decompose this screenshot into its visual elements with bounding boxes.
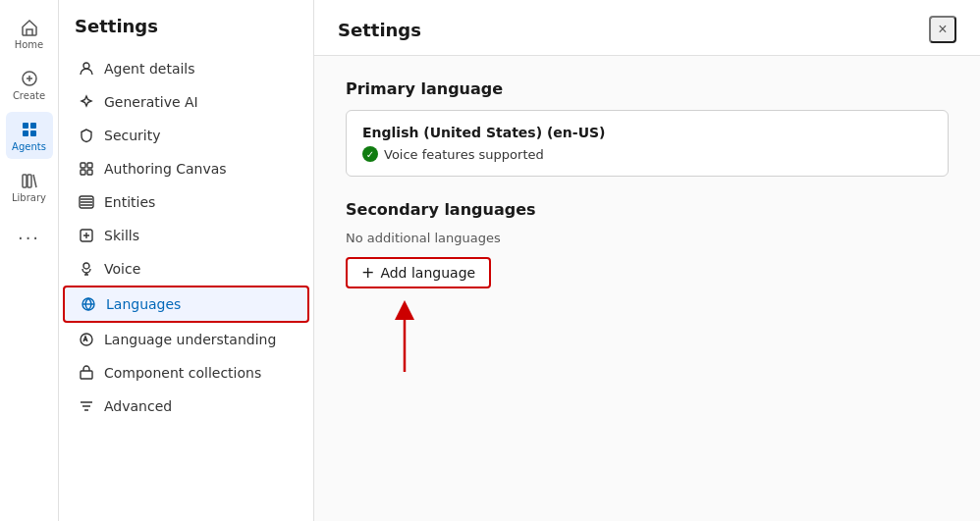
svg-rect-11	[87, 170, 92, 175]
primary-language-section: Primary language English (United States)…	[346, 79, 949, 177]
advanced-icon	[79, 398, 94, 414]
sidebar-item-authoring-canvas-label: Authoring Canvas	[104, 161, 227, 177]
nav-item-library-label: Library	[12, 192, 46, 203]
sidebar-item-component-collections-label: Component collections	[104, 365, 261, 381]
sidebar-item-language-understanding[interactable]: Language understanding	[63, 323, 309, 356]
sidebar-item-languages-label: Languages	[106, 296, 181, 312]
voice-icon	[79, 261, 94, 277]
more-icon: ···	[18, 228, 40, 248]
sidebar-item-security-label: Security	[104, 128, 161, 143]
svg-rect-17	[81, 371, 92, 379]
create-icon	[20, 69, 39, 88]
nav-item-agents-label: Agents	[12, 141, 46, 152]
nav-item-create[interactable]: Create	[6, 61, 53, 108]
sidebar-item-skills-label: Skills	[104, 228, 139, 243]
svg-rect-4	[30, 130, 36, 136]
library-icon	[20, 171, 39, 190]
sidebar-item-security[interactable]: Security	[63, 119, 309, 152]
sidebar-item-agent-details[interactable]: Agent details	[63, 52, 309, 85]
secondary-languages-section: Secondary languages No additional langua…	[346, 200, 949, 288]
nav-item-home[interactable]: Home	[6, 10, 53, 57]
svg-rect-6	[27, 175, 31, 187]
svg-rect-8	[81, 163, 85, 168]
main-title: Settings	[338, 20, 421, 40]
nav-item-create-label: Create	[13, 90, 45, 101]
sidebar-item-agent-details-label: Agent details	[104, 61, 195, 77]
sidebar-item-voice[interactable]: Voice	[63, 252, 309, 286]
check-icon: ✓	[362, 146, 378, 162]
sidebar-title: Settings	[59, 16, 313, 52]
entities-icon	[79, 194, 94, 210]
sidebar-item-generative-ai-label: Generative AI	[104, 94, 198, 110]
voice-label: Voice features supported	[384, 147, 544, 162]
lang-name: English (United States) (en-US)	[362, 125, 932, 140]
primary-language-title: Primary language	[346, 79, 949, 98]
sidebar-item-advanced-label: Advanced	[104, 398, 172, 414]
sidebar-item-skills[interactable]: Skills	[63, 219, 309, 252]
secondary-languages-title: Secondary languages	[346, 200, 949, 219]
agents-icon	[20, 120, 39, 139]
sidebar-item-voice-label: Voice	[104, 261, 140, 277]
sidebar: Settings Agent details Generative AI Sec…	[59, 0, 314, 521]
primary-language-card: English (United States) (en-US) ✓ Voice …	[346, 110, 949, 177]
sidebar-item-language-understanding-label: Language understanding	[104, 332, 276, 347]
nav-item-agents[interactable]: Agents	[6, 112, 53, 159]
nav-item-more[interactable]: ···	[6, 214, 53, 261]
sidebar-item-generative-ai[interactable]: Generative AI	[63, 85, 309, 119]
skills-icon	[79, 228, 94, 243]
sidebar-item-component-collections[interactable]: Component collections	[63, 356, 309, 390]
svg-rect-9	[87, 163, 92, 168]
sidebar-item-advanced[interactable]: Advanced	[63, 390, 309, 423]
svg-rect-10	[81, 170, 85, 175]
sidebar-item-entities-label: Entities	[104, 194, 155, 210]
languages-icon	[81, 296, 96, 312]
content-area: Primary language English (United States)…	[314, 56, 980, 312]
nav-item-home-label: Home	[15, 39, 44, 50]
authoring-canvas-icon	[79, 161, 94, 177]
sidebar-item-entities[interactable]: Entities	[63, 185, 309, 219]
svg-rect-3	[23, 130, 28, 136]
language-understanding-icon	[79, 332, 94, 347]
add-language-label: Add language	[380, 265, 475, 281]
nav-bar: Home Create Agents Library ···	[0, 0, 59, 521]
component-collections-icon	[79, 365, 94, 381]
home-icon	[20, 18, 39, 37]
sidebar-item-languages[interactable]: Languages	[63, 286, 309, 323]
nav-item-library[interactable]: Library	[6, 163, 53, 210]
svg-rect-1	[23, 123, 28, 129]
svg-rect-2	[30, 123, 36, 129]
svg-point-14	[83, 263, 89, 269]
svg-rect-5	[23, 175, 27, 187]
main-header: Settings ×	[314, 0, 980, 56]
plus-icon: +	[361, 265, 374, 281]
sidebar-item-authoring-canvas[interactable]: Authoring Canvas	[63, 152, 309, 185]
generative-ai-icon	[79, 94, 94, 110]
close-button[interactable]: ×	[929, 16, 956, 43]
annotation-arrow	[365, 298, 444, 377]
security-icon	[79, 128, 94, 143]
agent-details-icon	[79, 61, 94, 77]
voice-supported: ✓ Voice features supported	[362, 146, 932, 162]
svg-point-7	[83, 63, 89, 69]
add-language-button[interactable]: + Add language	[346, 257, 491, 288]
main-content: Settings × Primary language English (Uni…	[314, 0, 980, 521]
no-additional-languages: No additional languages	[346, 231, 949, 245]
